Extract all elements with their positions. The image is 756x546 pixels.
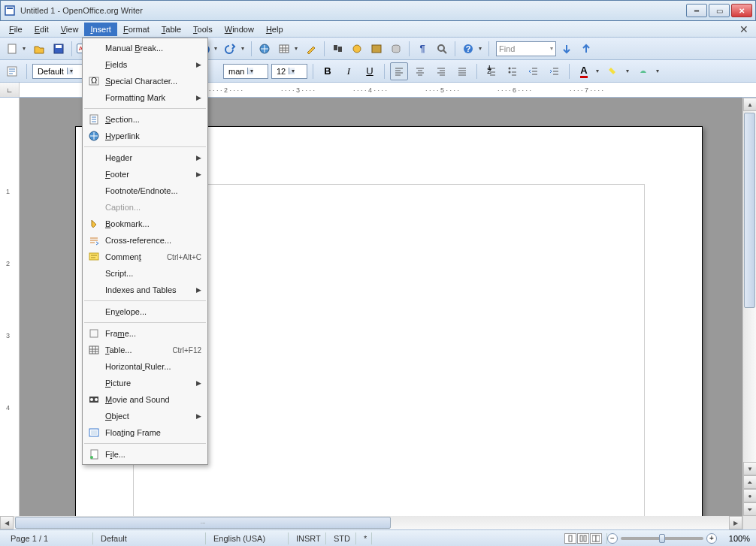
menu-item-special-character[interactable]: ΩSpecial Character... bbox=[83, 73, 207, 89]
align-right-button[interactable] bbox=[432, 62, 450, 80]
font-color-dropdown-icon[interactable]: ▾ bbox=[596, 68, 602, 74]
align-left-button[interactable] bbox=[390, 62, 408, 80]
menu-item-frame[interactable]: Frame... bbox=[83, 325, 207, 342]
menu-item-script[interactable]: Script... bbox=[83, 265, 207, 282]
vertical-scrollbar[interactable]: ▲ ▼ ⏶ ● ⏷ bbox=[742, 98, 756, 516]
menu-item-manual-break[interactable]: Manual Break... bbox=[83, 40, 207, 56]
table-dropdown-icon[interactable]: ▾ bbox=[295, 45, 301, 52]
vertical-ruler[interactable]: 1234 bbox=[0, 98, 20, 516]
align-justify-button[interactable] bbox=[453, 62, 471, 80]
close-button[interactable]: ✕ bbox=[731, 4, 752, 17]
menu-item-footer[interactable]: Footer▶ bbox=[83, 166, 207, 183]
open-button[interactable] bbox=[30, 40, 48, 58]
find-input[interactable]: Find▾ bbox=[496, 41, 556, 56]
menu-item-footnote-endnote[interactable]: Footnote/Endnote... bbox=[83, 183, 207, 199]
redo-button[interactable] bbox=[222, 40, 240, 58]
new-dropdown-icon[interactable]: ▾ bbox=[23, 45, 29, 52]
menu-item-formatting-mark[interactable]: Formatting Mark▶ bbox=[83, 89, 207, 106]
scroll-right-button[interactable]: ▶ bbox=[729, 516, 742, 529]
menu-item-hyperlink[interactable]: Hyperlink bbox=[83, 128, 207, 144]
page-status[interactable]: Page 1 / 1 bbox=[3, 532, 93, 544]
menu-file[interactable]: File bbox=[3, 23, 29, 36]
scroll-thumb[interactable] bbox=[744, 113, 755, 308]
prev-page-button[interactable]: ⏶ bbox=[743, 475, 756, 489]
menu-item-envelope[interactable]: Envelope... bbox=[83, 303, 207, 320]
zoom-slider[interactable] bbox=[621, 537, 703, 540]
zoom-in-button[interactable]: + bbox=[706, 533, 717, 544]
find-replace-button[interactable] bbox=[328, 40, 346, 58]
menu-help[interactable]: Help bbox=[260, 23, 289, 36]
menu-edit[interactable]: Edit bbox=[29, 23, 55, 36]
styles-button[interactable] bbox=[3, 62, 21, 80]
font-color-button[interactable]: A bbox=[575, 62, 593, 80]
next-page-button[interactable]: ⏷ bbox=[743, 502, 756, 516]
find-prev-button[interactable] bbox=[577, 40, 595, 58]
hyperlink-button[interactable] bbox=[256, 40, 274, 58]
data-sources-button[interactable] bbox=[387, 40, 405, 58]
menu-item-bookmark[interactable]: Bookmark... bbox=[83, 216, 207, 232]
nonprinting-chars-button[interactable]: ¶ bbox=[413, 40, 431, 58]
background-color-dropdown-icon[interactable]: ▾ bbox=[656, 68, 662, 74]
italic-button[interactable]: I bbox=[340, 62, 358, 80]
page-style-status[interactable]: Default bbox=[93, 532, 206, 544]
zoom-slider-thumb[interactable] bbox=[659, 534, 665, 543]
drawing-button[interactable] bbox=[302, 40, 320, 58]
redo-dropdown-icon[interactable]: ▾ bbox=[241, 45, 247, 52]
zoom-out-button[interactable]: − bbox=[607, 533, 618, 544]
zoom-button[interactable] bbox=[433, 40, 451, 58]
menu-item-section[interactable]: Section... bbox=[83, 111, 207, 128]
menu-item-file[interactable]: File... bbox=[83, 446, 207, 463]
navigation-button[interactable]: ● bbox=[743, 489, 756, 502]
bold-button[interactable]: B bbox=[319, 62, 337, 80]
scroll-up-button[interactable]: ▲ bbox=[743, 98, 756, 111]
menu-item-movie-and-sound[interactable]: Movie and Sound bbox=[83, 391, 207, 408]
save-button[interactable] bbox=[50, 40, 68, 58]
scroll-thumb-h[interactable]: ∙∙∙ bbox=[15, 517, 391, 529]
scroll-left-button[interactable]: ◀ bbox=[0, 516, 14, 529]
help-button[interactable]: ? bbox=[459, 40, 477, 58]
highlight-button[interactable] bbox=[605, 62, 623, 80]
scroll-down-button[interactable]: ▼ bbox=[743, 462, 756, 475]
numbered-list-button[interactable]: 12 bbox=[482, 62, 500, 80]
menu-table[interactable]: Table bbox=[156, 23, 187, 36]
minimize-button[interactable]: ━ bbox=[686, 4, 707, 17]
menu-insert[interactable]: Insert bbox=[84, 23, 117, 36]
menu-item-picture[interactable]: Picture▶ bbox=[83, 375, 207, 391]
font-size-combo[interactable]: 12▾ bbox=[271, 64, 307, 79]
menu-item-object[interactable]: Object▶ bbox=[83, 408, 207, 424]
text-area[interactable] bbox=[133, 184, 645, 516]
close-document-button[interactable]: ✕ bbox=[735, 23, 753, 35]
menu-view[interactable]: View bbox=[55, 23, 85, 36]
multi-page-view-button[interactable] bbox=[577, 533, 589, 544]
highlight-dropdown-icon[interactable]: ▾ bbox=[626, 68, 632, 74]
find-next-button[interactable] bbox=[558, 40, 576, 58]
font-name-combo[interactable]: man▾ bbox=[223, 64, 268, 79]
menu-item-comment[interactable]: CommentCtrl+Alt+C bbox=[83, 249, 207, 265]
align-center-button[interactable] bbox=[411, 62, 429, 80]
undo-dropdown-icon[interactable]: ▾ bbox=[214, 45, 220, 52]
increase-indent-button[interactable] bbox=[546, 62, 564, 80]
menu-item-cross-reference[interactable]: Cross-reference... bbox=[83, 232, 207, 249]
new-button[interactable] bbox=[3, 40, 21, 58]
menu-item-floating-frame[interactable]: Floating Frame bbox=[83, 424, 207, 441]
background-color-button[interactable] bbox=[635, 62, 653, 80]
decrease-indent-button[interactable] bbox=[525, 62, 543, 80]
book-view-button[interactable] bbox=[590, 533, 602, 544]
table-button[interactable] bbox=[275, 40, 293, 58]
menu-format[interactable]: Format bbox=[117, 23, 156, 36]
menu-item-fields[interactable]: Fields▶ bbox=[83, 56, 207, 73]
insert-mode-status[interactable]: INSRT bbox=[289, 532, 326, 544]
selection-mode-status[interactable]: STD bbox=[326, 532, 356, 544]
menu-item-indexes-and-tables[interactable]: Indexes and Tables▶ bbox=[83, 282, 207, 298]
single-page-view-button[interactable] bbox=[564, 533, 576, 544]
navigator-button[interactable] bbox=[348, 40, 366, 58]
menu-item-header[interactable]: Header▶ bbox=[83, 149, 207, 166]
bulleted-list-button[interactable] bbox=[503, 62, 522, 80]
underline-button[interactable]: U bbox=[361, 62, 379, 80]
menu-window[interactable]: Window bbox=[219, 23, 260, 36]
menu-item-table[interactable]: Table...Ctrl+F12 bbox=[83, 342, 207, 358]
menu-item-horizontal-ruler[interactable]: Horizontal Ruler... bbox=[83, 358, 207, 375]
horizontal-scrollbar[interactable]: ◀ ∙∙∙ ▶ bbox=[0, 516, 742, 529]
zoom-percent[interactable]: 100% bbox=[720, 534, 753, 543]
menu-tools[interactable]: Tools bbox=[187, 23, 219, 36]
